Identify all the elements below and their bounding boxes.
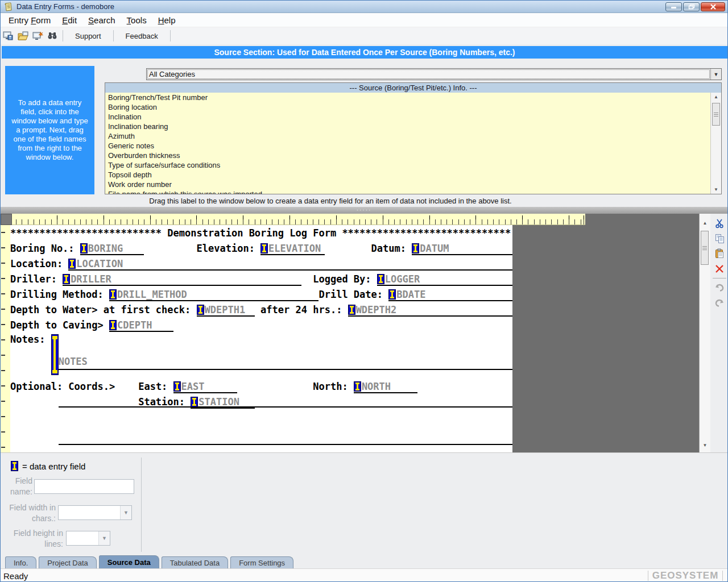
field-drill-method[interactable]: DRILL_METHOD	[109, 288, 318, 301]
field-bdate[interactable]: BDATE	[388, 288, 512, 301]
field-name: NORTH	[361, 381, 391, 392]
menu-entry-form[interactable]: Entry Form	[3, 14, 56, 27]
vertical-ruler	[1, 225, 10, 452]
menu-edit[interactable]: Edit	[56, 14, 82, 27]
scrollbar-thumb[interactable]	[701, 231, 709, 265]
toolbar-separator	[170, 30, 171, 41]
chevron-down-icon[interactable]: ▼	[120, 506, 131, 519]
undo-icon[interactable]	[714, 282, 725, 293]
delete-icon[interactable]	[714, 264, 725, 274]
list-item[interactable]: Generic notes	[108, 141, 710, 151]
list-item[interactable]: File name from which this source was imp…	[108, 189, 710, 194]
maximize-button[interactable]	[683, 2, 700, 11]
field-name: WDEPTH2	[355, 304, 397, 315]
app-window: Data Entry Forms - demobore Entry Form E…	[0, 0, 728, 582]
list-item[interactable]: Inclination	[108, 112, 710, 122]
feedback-button[interactable]: Feedback	[117, 30, 167, 43]
form-label: Station:	[138, 395, 191, 409]
copy-icon[interactable]	[714, 234, 725, 244]
field-width-combobox[interactable]: ▼	[58, 505, 132, 520]
find-icon[interactable]	[46, 30, 59, 41]
tab-form-settings[interactable]: Form Settings	[230, 556, 293, 568]
spacer	[301, 286, 313, 286]
redo-icon[interactable]	[714, 298, 725, 308]
scroll-up-icon[interactable]: ▲	[700, 221, 710, 226]
tab-source-data[interactable]: Source Data	[99, 555, 159, 568]
form-label: Optional: Coords.>	[10, 380, 121, 394]
chevron-down-icon[interactable]: ▼	[710, 69, 721, 80]
spacer	[121, 393, 138, 394]
field-name: BDATE	[396, 289, 425, 300]
menu-mnemonic: H	[158, 15, 164, 25]
field-marker-icon	[348, 305, 355, 315]
status-divider	[722, 571, 723, 581]
scroll-up-icon[interactable]: ▲	[711, 94, 721, 99]
category-combobox[interactable]: All Categories ▼	[146, 68, 722, 80]
menu-text: earch	[94, 15, 115, 25]
tab-tabulated-data[interactable]: Tabulated Data	[162, 556, 228, 568]
form-label: Notes:	[10, 332, 51, 347]
label-line: name:	[1, 487, 32, 497]
field-east[interactable]: EAST	[173, 380, 238, 393]
menu-help[interactable]: Help	[152, 14, 181, 27]
chevron-down-icon[interactable]: ▼	[98, 531, 110, 545]
minimize-button[interactable]	[665, 2, 682, 11]
list-item[interactable]: Inclination bearing	[108, 122, 710, 131]
label-line: Field width in	[1, 502, 56, 513]
form-line-caving: Depth to Caving> CDEPTH	[10, 317, 512, 332]
form-title-text: ************************** Demonstration…	[10, 226, 511, 240]
list-item[interactable]: Overburden thickness	[108, 151, 710, 160]
list-item[interactable]: Boring/Trench/Test Pit number	[108, 93, 710, 102]
field-north[interactable]: NORTH	[354, 380, 418, 393]
paste-icon[interactable]	[714, 248, 725, 259]
scrollbar-thumb[interactable]	[712, 103, 720, 126]
field-cdepth[interactable]: CDEPTH	[109, 319, 173, 332]
field-name: STATION	[198, 396, 239, 408]
window-title: Data Entry Forms - demobore	[16, 2, 114, 11]
field-notes[interactable]: NOTES	[51, 332, 512, 468]
list-item[interactable]: Boring location	[108, 102, 710, 112]
list-item[interactable]: Azimuth	[108, 131, 710, 141]
label-line: Field height in	[7, 528, 63, 539]
field-logger[interactable]: LOGGER	[377, 273, 512, 286]
form-canvas[interactable]: ************************** Demonstration…	[10, 225, 512, 452]
support-button[interactable]: Support	[66, 30, 110, 43]
drag-hint-label[interactable]: Drag this label to the window below to c…	[1, 197, 660, 205]
field-name: CDEPTH	[117, 319, 152, 331]
section-header: Source Section: Used for Data Entered On…	[2, 46, 727, 59]
splitter-bar[interactable]: ·····	[1, 207, 727, 214]
field-elevation[interactable]: ELEVATION	[260, 242, 325, 255]
field-wdepth1[interactable]: WDEPTH1	[197, 304, 255, 317]
field-properties-panel: = data entry field Field name: Field wid…	[1, 452, 727, 555]
field-height-combobox[interactable]: ▼	[66, 531, 110, 546]
new-form-icon[interactable]	[31, 30, 44, 41]
list-item[interactable]: Topsoil depth	[108, 170, 710, 180]
notes-row	[59, 430, 512, 445]
menu-tools[interactable]: Tools	[121, 14, 152, 27]
field-station[interactable]: STATION	[191, 396, 255, 409]
field-driller[interactable]: DRILLER	[63, 273, 301, 286]
tab-info[interactable]: Info.	[5, 556, 36, 568]
list-scrollbar[interactable]: ▲ ▼	[710, 93, 721, 194]
list-item[interactable]: Work order number	[108, 180, 710, 189]
field-boring[interactable]: BORING	[80, 242, 144, 255]
form-label: Boring No.:	[10, 242, 80, 256]
list-item[interactable]: Type of surface/surface conditions	[108, 160, 710, 170]
menu-search[interactable]: Search	[82, 14, 121, 27]
open-form-icon[interactable]	[16, 30, 29, 41]
form-title-line: ************************** Demonstration…	[10, 225, 512, 240]
close-button[interactable]	[701, 2, 725, 11]
field-location[interactable]: LOCATION	[68, 257, 512, 271]
field-name: ELEVATION	[268, 243, 321, 254]
scroll-down-icon[interactable]: ▼	[700, 443, 710, 448]
field-wdepth2[interactable]: WDEPTH2	[348, 304, 512, 317]
title-bar: Data Entry Forms - demobore	[1, 1, 727, 13]
scroll-down-icon[interactable]: ▼	[711, 187, 721, 192]
canvas-gutter	[512, 225, 699, 452]
form-scrollbar[interactable]: ▲ ▼	[699, 214, 710, 452]
field-name-input[interactable]	[34, 479, 134, 494]
field-datum[interactable]: DATUM	[412, 242, 512, 255]
cut-icon[interactable]	[714, 218, 725, 228]
tab-project-data[interactable]: Project Data	[39, 556, 97, 568]
save-form-icon[interactable]	[2, 30, 14, 41]
